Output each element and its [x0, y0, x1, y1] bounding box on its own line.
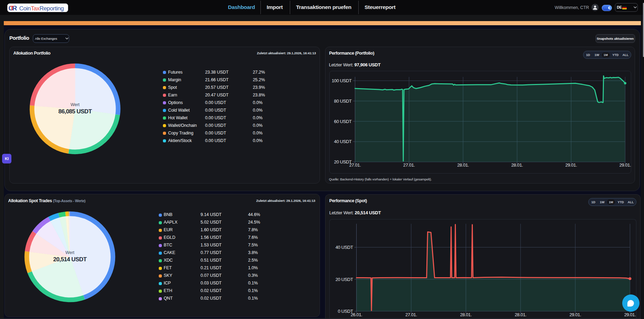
svg-text:29.01.: 29.01. — [565, 162, 577, 168]
svg-text:40 USDT: 40 USDT — [335, 245, 353, 250]
svg-text:100 USDT: 100 USDT — [332, 78, 352, 83]
svg-text:28.01.: 28.01. — [460, 312, 472, 317]
svg-text:28.01.: 28.01. — [511, 162, 523, 168]
svg-text:28.01.: 28.01. — [457, 162, 469, 168]
svg-text:27.01.: 27.01. — [405, 312, 417, 317]
svg-text:29.01.: 29.01. — [619, 162, 631, 168]
svg-text:CoinTaxReporting: CoinTaxReporting — [19, 5, 64, 11]
svg-text:60 USDT: 60 USDT — [334, 119, 351, 124]
svg-text:40 USDT: 40 USDT — [334, 139, 351, 144]
svg-text:T: T — [10, 4, 14, 12]
svg-text:27.01.: 27.01. — [403, 162, 415, 168]
svg-text:Wert: Wert — [71, 102, 80, 107]
svg-text:28.01.: 28.01. — [515, 312, 526, 317]
svg-text:27.01.: 27.01. — [349, 162, 361, 168]
svg-text:29.01.: 29.01. — [624, 312, 636, 317]
svg-text:20,514 USDT: 20,514 USDT — [53, 256, 87, 263]
svg-text:29.01.: 29.01. — [569, 312, 581, 317]
svg-text:80 USDT: 80 USDT — [334, 98, 351, 104]
svg-text:86,085 USDT: 86,085 USDT — [58, 108, 92, 115]
svg-text:20 USDT: 20 USDT — [335, 277, 353, 282]
svg-text:26.01.: 26.01. — [351, 312, 362, 317]
svg-text:Wert: Wert — [65, 250, 75, 255]
